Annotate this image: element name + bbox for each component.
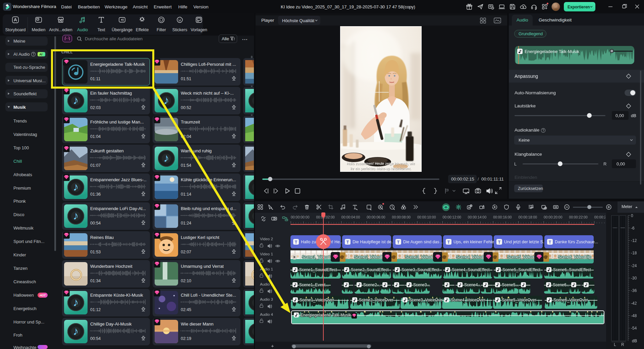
svg-text:-6: -6 xyxy=(631,226,635,231)
svg-text:dB: dB xyxy=(632,339,637,343)
svg-text:-18: -18 xyxy=(631,251,637,255)
svg-text:-24: -24 xyxy=(631,263,637,268)
svg-text:L: L xyxy=(614,342,616,347)
svg-text:-54: -54 xyxy=(631,326,637,331)
svg-text:-12: -12 xyxy=(631,238,637,243)
svg-text:0: 0 xyxy=(631,213,633,218)
svg-text:-30: -30 xyxy=(631,276,637,281)
svg-text:-36: -36 xyxy=(631,288,637,293)
svg-text:-48: -48 xyxy=(631,313,637,318)
svg-text:-42: -42 xyxy=(631,301,637,306)
svg-text:R: R xyxy=(621,342,624,347)
